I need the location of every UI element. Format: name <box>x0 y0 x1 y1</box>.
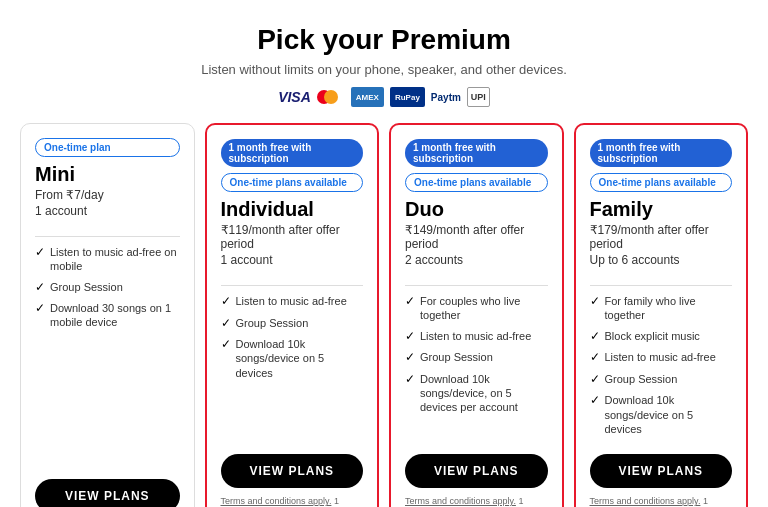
plan-accounts-individual: 1 account <box>221 253 364 267</box>
view-plans-button-family[interactable]: VIEW PLANS <box>590 454 733 488</box>
check-icon: ✓ <box>405 294 415 310</box>
plan-card-family: 1 month free with subscriptionOne-time p… <box>574 123 749 507</box>
rupay-icon: RuPay <box>390 87 425 107</box>
feature-text: Listen to music ad-free on mobile <box>50 245 180 274</box>
check-icon: ✓ <box>221 337 231 353</box>
feature-item: ✓Listen to music ad-free on mobile <box>35 245 180 274</box>
badge-top-family: 1 month free with subscription <box>590 139 733 167</box>
badge-top-duo: 1 month free with subscription <box>405 139 548 167</box>
feature-text: Listen to music ad-free <box>236 294 347 308</box>
feature-text: For family who live together <box>605 294 733 323</box>
feature-text: Group Session <box>50 280 123 294</box>
feature-item: ✓Group Session <box>221 316 364 332</box>
badge-sub-family: One-time plans available <box>590 173 733 192</box>
divider-duo <box>405 285 548 286</box>
badge-top-individual: 1 month free with subscription <box>221 139 364 167</box>
badge-top-mini: One-time plan <box>35 138 180 157</box>
check-icon: ✓ <box>590 294 600 310</box>
feature-item: ✓Block explicit music <box>590 329 733 345</box>
feature-text: Download 30 songs on 1 mobile device <box>50 301 180 330</box>
view-plans-button-duo[interactable]: VIEW PLANS <box>405 454 548 488</box>
plan-price-duo: ₹149/month after offer period <box>405 223 548 251</box>
check-icon: ✓ <box>221 316 231 332</box>
check-icon: ✓ <box>221 294 231 310</box>
check-icon: ✓ <box>405 329 415 345</box>
check-icon: ✓ <box>405 350 415 366</box>
paytm-icon: Paytm <box>431 87 461 107</box>
feature-item: ✓Download 10k songs/device on 5 devices <box>221 337 364 380</box>
plan-accounts-mini: 1 account <box>35 204 180 218</box>
page-title: Pick your Premium <box>20 24 748 56</box>
plan-card-duo: 1 month free with subscriptionOne-time p… <box>389 123 564 507</box>
amex-icon: AMEX <box>351 87 384 107</box>
plan-card-individual: 1 month free with subscriptionOne-time p… <box>205 123 380 507</box>
check-icon: ✓ <box>590 329 600 345</box>
check-icon: ✓ <box>35 245 45 261</box>
feature-item: ✓Listen to music ad-free <box>221 294 364 310</box>
feature-item: ✓Group Session <box>405 350 548 366</box>
feature-item: ✓For family who live together <box>590 294 733 323</box>
plan-accounts-duo: 2 accounts <box>405 253 548 267</box>
plan-price-family: ₹179/month after offer period <box>590 223 733 251</box>
view-plans-button-mini[interactable]: VIEW PLANS <box>35 479 180 507</box>
feature-item: ✓Download 10k songs/device, on 5 devices… <box>405 372 548 415</box>
terms-individual: Terms and conditions apply. 1 month free… <box>221 496 364 507</box>
plan-price-individual: ₹119/month after offer period <box>221 223 364 251</box>
divider-mini <box>35 236 180 237</box>
check-icon: ✓ <box>35 301 45 317</box>
page-subtitle: Listen without limits on your phone, spe… <box>20 62 748 77</box>
badge-sub-duo: One-time plans available <box>405 173 548 192</box>
feature-text: Listen to music ad-free <box>420 329 531 343</box>
check-icon: ✓ <box>590 393 600 409</box>
feature-text: Listen to music ad-free <box>605 350 716 364</box>
view-plans-button-individual[interactable]: VIEW PLANS <box>221 454 364 488</box>
check-icon: ✓ <box>35 280 45 296</box>
feature-item: ✓Download 30 songs on 1 mobile device <box>35 301 180 330</box>
feature-text: Download 10k songs/device on 5 devices <box>236 337 364 380</box>
features-mini: ✓Listen to music ad-free on mobile✓Group… <box>35 245 180 467</box>
feature-item: ✓Listen to music ad-free <box>590 350 733 366</box>
divider-family <box>590 285 733 286</box>
features-individual: ✓Listen to music ad-free✓Group Session✓D… <box>221 294 364 442</box>
plan-name-duo: Duo <box>405 198 548 221</box>
upi-icon: UPI <box>467 87 490 107</box>
feature-item: ✓Group Session <box>590 372 733 388</box>
feature-text: Download 10k songs/device on 5 devices <box>605 393 733 436</box>
visa-icon: VISA <box>278 87 311 107</box>
badge-sub-individual: One-time plans available <box>221 173 364 192</box>
features-duo: ✓For couples who live together✓Listen to… <box>405 294 548 442</box>
feature-text: Group Session <box>236 316 309 330</box>
page-header: Pick your Premium Listen without limits … <box>20 24 748 107</box>
check-icon: ✓ <box>405 372 415 388</box>
plan-price-mini: From ₹7/day <box>35 188 180 202</box>
feature-text: Group Session <box>605 372 678 386</box>
feature-text: Download 10k songs/device, on 5 devices … <box>420 372 548 415</box>
divider-individual <box>221 285 364 286</box>
feature-text: For couples who live together <box>420 294 548 323</box>
plan-name-individual: Individual <box>221 198 364 221</box>
plan-card-mini: One-time planMiniFrom ₹7/day1 account✓Li… <box>20 123 195 507</box>
plan-accounts-family: Up to 6 accounts <box>590 253 733 267</box>
feature-item: ✓Download 10k songs/device on 5 devices <box>590 393 733 436</box>
terms-duo: Terms and conditions apply. 1 month free… <box>405 496 548 507</box>
feature-text: Block explicit music <box>605 329 700 343</box>
mastercard-icon <box>317 88 345 106</box>
terms-family: Terms and conditions apply. 1 month free… <box>590 496 733 507</box>
check-icon: ✓ <box>590 350 600 366</box>
feature-item: ✓Group Session <box>35 280 180 296</box>
feature-item: ✓For couples who live together <box>405 294 548 323</box>
plans-grid: One-time planMiniFrom ₹7/day1 account✓Li… <box>20 123 748 507</box>
plan-name-mini: Mini <box>35 163 180 186</box>
plan-name-family: Family <box>590 198 733 221</box>
check-icon: ✓ <box>590 372 600 388</box>
payment-icons: VISA AMEX RuPay Paytm UPI <box>20 87 748 107</box>
features-family: ✓For family who live together✓Block expl… <box>590 294 733 442</box>
feature-item: ✓Listen to music ad-free <box>405 329 548 345</box>
feature-text: Group Session <box>420 350 493 364</box>
